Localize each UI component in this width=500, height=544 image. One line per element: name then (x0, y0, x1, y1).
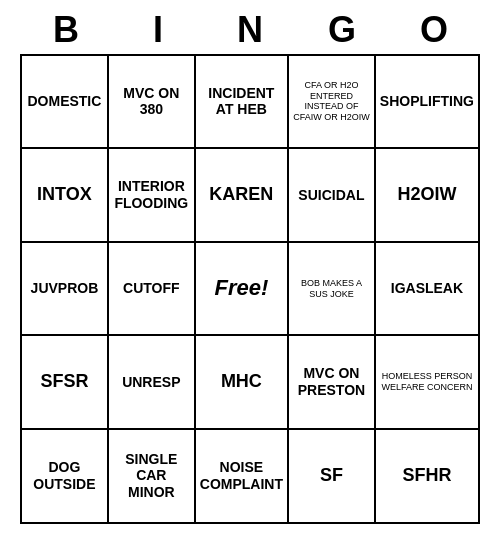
cell-1-1: INTERIOR FLOODING (109, 149, 196, 243)
cell-4-1: SINGLE CAR MINOR (109, 430, 196, 524)
cell-0-3: CFA OR H2O ENTERED INSTEAD OF CFAIW OR H… (289, 56, 376, 150)
cell-2-3: BOB MAKES A SUS JOKE (289, 243, 376, 337)
cell-3-4: HOMELESS PERSON WELFARE CONCERN (376, 336, 480, 430)
cell-3-3: MVC ON PRESTON (289, 336, 376, 430)
cell-0-2: INCIDENT AT HEB (196, 56, 289, 150)
cell-4-3: SF (289, 430, 376, 524)
cell-3-2: MHC (196, 336, 289, 430)
cell-0-1: MVC ON 380 (109, 56, 196, 150)
cell-1-2: KAREN (196, 149, 289, 243)
cell-3-0: SFSR (22, 336, 109, 430)
cell-3-1: UNRESP (109, 336, 196, 430)
cell-0-4: SHOPLIFTING (376, 56, 480, 150)
cell-0-0: DOMESTIC (22, 56, 109, 150)
cell-4-0: DOG OUTSIDE (22, 430, 109, 524)
bingo-header: BINGO (20, 10, 480, 50)
cell-4-2: NOISE COMPLAINT (196, 430, 289, 524)
header-letter: G (298, 10, 386, 50)
cell-2-1: CUTOFF (109, 243, 196, 337)
cell-2-4: IGASLEAK (376, 243, 480, 337)
cell-1-4: H2OIW (376, 149, 480, 243)
header-letter: I (114, 10, 202, 50)
header-letter: N (206, 10, 294, 50)
header-letter: B (22, 10, 110, 50)
bingo-grid: DOMESTICMVC ON 380INCIDENT AT HEBCFA OR … (20, 54, 480, 524)
header-letter: O (390, 10, 478, 50)
cell-2-0: JUVPROB (22, 243, 109, 337)
cell-2-2: Free! (196, 243, 289, 337)
cell-4-4: SFHR (376, 430, 480, 524)
cell-1-0: INTOX (22, 149, 109, 243)
cell-1-3: SUICIDAL (289, 149, 376, 243)
